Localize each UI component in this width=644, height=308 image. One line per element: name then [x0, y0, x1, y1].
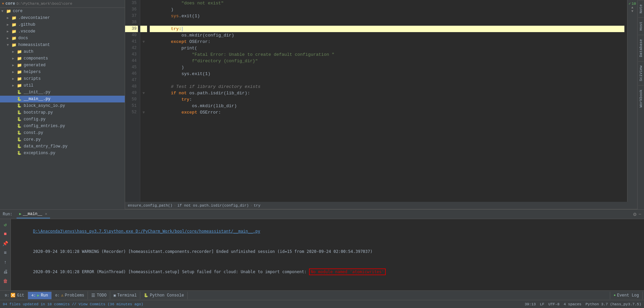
- breadcrumb-func[interactable]: ensure_config_path(): [128, 204, 172, 208]
- folder-icon: 📁: [11, 29, 17, 34]
- tree-item-config[interactable]: ▶ 🐍 config.py: [0, 116, 125, 123]
- scroll-up-arrow[interactable]: ▲: [631, 6, 633, 9]
- tab-todo[interactable]: ☰ TODO: [88, 291, 110, 300]
- code-text: except OSError:: [150, 109, 221, 116]
- run-label: Run:: [3, 212, 13, 217]
- run-clear-btn[interactable]: 🗑: [1, 277, 9, 285]
- tab-problems-label: Problems: [65, 293, 85, 298]
- status-python[interactable]: Python 3.7 (hass_py3.7.5): [586, 302, 641, 306]
- tree-item-auth[interactable]: ▶ 📁 auth: [0, 48, 125, 55]
- tab-terminal[interactable]: ▣ Terminal: [110, 292, 140, 299]
- tree-item-block-async[interactable]: ▶ 🐍 block_async_io.py: [0, 102, 125, 109]
- line-num-45: 45: [125, 64, 138, 71]
- tree-item-init-py[interactable]: ▶ 🐍 __init__.py: [0, 89, 125, 96]
- run-settings-icon[interactable]: ⚙: [633, 211, 637, 218]
- run-filter-btn[interactable]: ≡: [1, 249, 9, 257]
- tree-item-github[interactable]: ▶ 📁 .github: [0, 21, 125, 28]
- run-up-btn[interactable]: ↑: [1, 258, 9, 266]
- tree-arrow: ▶: [7, 36, 11, 40]
- code-editor[interactable]: 35 36 37 38 39 40 41 42 43 44 45 46 47 4…: [125, 0, 637, 202]
- line-num-47: 47: [125, 77, 138, 84]
- breadcrumb-condition[interactable]: if not os.path.isdir(config_dir): [177, 204, 249, 208]
- run-stop-btn[interactable]: ■: [1, 230, 9, 238]
- run-error-prefix: 2020-09-24 10:01:28 ERROR (MainThread) […: [33, 269, 309, 274]
- gutter-44: [140, 58, 147, 64]
- tree-item-components[interactable]: ▶ 📁 components: [0, 55, 125, 62]
- status-git-info[interactable]: 94 files updated in 18 commits // View C…: [3, 302, 143, 306]
- run-tab-icon: ▶: [19, 212, 22, 216]
- tree-item-helpers[interactable]: ▶ 📁 helpers: [0, 69, 125, 75]
- right-label-workbook[interactable]: Workbook: [638, 85, 644, 112]
- tab-event-log-label: Event Log: [617, 293, 639, 298]
- tab-git-num: 9:: [5, 293, 9, 298]
- right-label-note[interactable]: Note: [638, 0, 644, 17]
- tree-item-vscode[interactable]: ▶ 📁 .vscode: [0, 28, 125, 35]
- tab-todo-icon: ☰: [91, 293, 95, 298]
- run-panel-header: Run: ▶ __main__ ✕ ⚙ −: [0, 210, 644, 219]
- tree-item-devcontainer[interactable]: ▶ 📁 .devcontainer: [0, 15, 125, 21]
- tree-item-core-py[interactable]: ▶ 🐍 core.py: [0, 136, 125, 143]
- tree-item-const[interactable]: ▶ 🐍 const.py: [0, 129, 125, 136]
- tree-item-core[interactable]: ▼ 📁 core: [0, 8, 125, 15]
- tab-git[interactable]: 9: 🔀 Git: [1, 291, 28, 299]
- code-text: try:: [150, 96, 192, 103]
- tree-label: __init__.py: [24, 90, 50, 95]
- tree-item-generated[interactable]: ▶ 📁 generated: [0, 62, 125, 69]
- tree-item-data-entry[interactable]: ▶ 🐍 data_entry_flow.py: [0, 143, 125, 150]
- run-minimize-icon[interactable]: −: [639, 212, 641, 217]
- tree-item-util[interactable]: ▶ 📁 util: [0, 82, 125, 89]
- run-error-highlight: No module named 'atomicwrites': [309, 268, 386, 275]
- code-line-50: try:: [150, 96, 624, 103]
- run-print-btn[interactable]: 🖨: [1, 268, 9, 276]
- scroll-down-arrow[interactable]: ▼: [631, 9, 633, 13]
- tab-event-log[interactable]: ● Event Log: [610, 292, 643, 299]
- right-label-database[interactable]: Database: [638, 35, 644, 61]
- tree-arrow: ▶: [12, 84, 17, 88]
- tree-arrow: ▶: [7, 29, 11, 33]
- tab-terminal-icon: ▣: [114, 293, 116, 298]
- tree-item-main-py[interactable]: ▶ 🐍 __main__.py: [0, 96, 125, 102]
- folder-icon: 📁: [17, 83, 22, 88]
- run-restart-btn[interactable]: ↺: [1, 220, 9, 229]
- tree-item-config-entries[interactable]: ▶ 🐍 config_entries.py: [0, 123, 125, 129]
- code-text: except OSError:: [150, 39, 210, 45]
- breadcrumb-sep-1: ›: [174, 204, 176, 208]
- tree-item-bootstrap[interactable]: ▶ 🐍 bootstrap.py: [0, 109, 125, 116]
- code-content[interactable]: "does not exist" ) sys.exit(1): [147, 0, 627, 202]
- run-command-link[interactable]: D:\Anaconda3\envs\hass_py3.7.5\python.ex…: [33, 229, 260, 234]
- right-label-host[interactable]: Host: [638, 17, 644, 34]
- tab-run[interactable]: 4: ▶ Run: [28, 292, 52, 299]
- tab-git-icon: 🔀: [10, 293, 16, 298]
- line-num-52: 52: [125, 109, 138, 116]
- status-encoding[interactable]: UTF-8: [548, 302, 559, 306]
- tree-item-homeassistant[interactable]: ▼ 📁 homeassistant: [0, 42, 125, 48]
- line-num-38: 38: [125, 19, 138, 26]
- run-pin-btn[interactable]: 📌: [1, 239, 9, 247]
- tree-item-scripts[interactable]: ▶ 📁 scripts: [0, 75, 125, 82]
- run-panel: Run: ▶ __main__ ✕ ⚙ − ↺ ■ 📌 ≡ ↑ 🖨 🗑 D:\A…: [0, 209, 644, 290]
- folder-icon: 📁: [6, 9, 11, 14]
- folder-icon: 📁: [17, 70, 22, 74]
- status-line-ending[interactable]: LF: [540, 302, 544, 306]
- run-tab-label: __main__: [23, 212, 42, 216]
- breadcrumb-try[interactable]: try: [254, 204, 260, 208]
- status-indent[interactable]: 4 spaces: [564, 302, 581, 306]
- folder-icon: 📁: [17, 63, 22, 68]
- gutter-39: [140, 26, 147, 32]
- py-file-icon: 🐍: [17, 90, 22, 95]
- code-line-44: f"directory {config_dir}": [150, 58, 624, 64]
- tree-item-exceptions[interactable]: ▶ 🐍 exceptions.py: [0, 150, 125, 157]
- expand-arrow[interactable]: ▼: [2, 2, 4, 6]
- tab-python-console[interactable]: 🐍 Python Console: [140, 292, 188, 299]
- editor-area: 35 36 37 38 39 40 41 42 43 44 45 46 47 4…: [125, 0, 637, 209]
- code-text: try:: [150, 26, 183, 32]
- run-tab-main[interactable]: ▶ __main__ ✕: [17, 210, 50, 218]
- right-label-sciview[interactable]: SciView: [638, 61, 644, 85]
- tab-problems[interactable]: 6: ⚠ Problems: [52, 291, 88, 299]
- project-tree: ▼ core D:\PyCharm_Work\bool\core ▼ 📁 cor…: [0, 0, 125, 209]
- py-file-icon: 🐍: [17, 117, 22, 122]
- run-tab-close[interactable]: ✕: [45, 212, 47, 216]
- tree-item-docs[interactable]: ▶ 📁 docs: [0, 35, 125, 42]
- code-text: sys.exit(1): [150, 13, 200, 19]
- code-text: "does not exist": [150, 0, 223, 6]
